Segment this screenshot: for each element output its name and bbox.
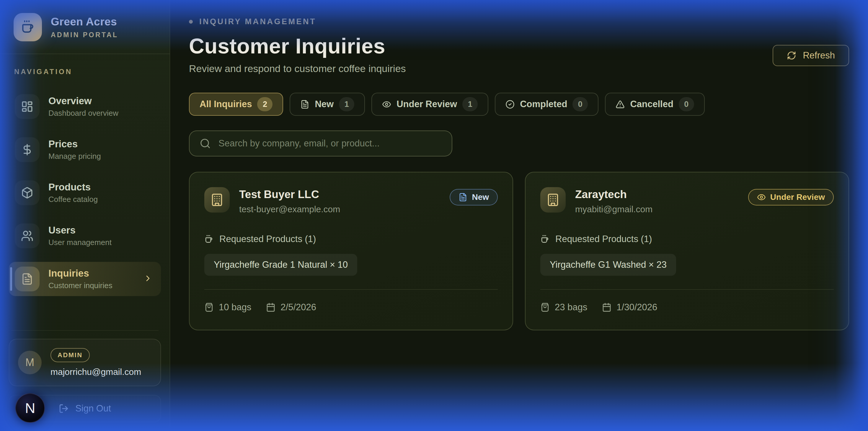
file-text-icon <box>459 193 467 202</box>
app-root: Green Acres ADMIN PORTAL NAVIGATION Over… <box>0 0 868 431</box>
nav-item-label: Prices <box>49 138 101 150</box>
bullet-dot-icon <box>189 20 193 24</box>
tab-cancelled[interactable]: Cancelled 0 <box>605 93 705 116</box>
sidebar: Green Acres ADMIN PORTAL NAVIGATION Over… <box>0 0 170 431</box>
nav-item-label: Inquiries <box>49 268 113 279</box>
nav-item-sublabel: Coffee catalog <box>49 195 98 204</box>
bags-count: 23 bags <box>540 302 587 313</box>
tab-all-inquiries[interactable]: All Inquiries 2 <box>189 93 283 116</box>
chevron-right-icon <box>143 274 153 284</box>
log-out-icon <box>59 404 69 413</box>
delivery-date: 1/30/2026 <box>602 302 657 313</box>
brand-name: Green Acres <box>51 16 118 28</box>
avatar: M <box>18 351 42 374</box>
bags-count: 10 bags <box>204 302 251 313</box>
company-name: Zaraytech <box>575 187 652 201</box>
company-name: Test Buyer LLC <box>239 187 340 201</box>
search-input[interactable] <box>218 138 442 149</box>
sidebar-nav: Overview Dashboard overview Prices Manag… <box>0 89 170 296</box>
nextjs-dev-badge[interactable]: N <box>16 393 45 423</box>
dollar-icon <box>15 137 39 162</box>
package-icon <box>15 180 39 205</box>
sidebar-item-products[interactable]: Products Coffee catalog <box>9 176 161 210</box>
nav-item-label: Products <box>49 182 98 193</box>
sidebar-item-inquiries[interactable]: Inquiries Customer inquiries <box>9 262 161 296</box>
count-badge: 1 <box>339 97 354 111</box>
active-indicator <box>10 267 12 291</box>
nav-item-label: Users <box>49 225 112 236</box>
status-badge-under-review: Under Review <box>748 189 834 206</box>
status-badge-new: New <box>450 189 498 206</box>
sidebar-divider <box>11 330 159 331</box>
page-subtitle: Review and respond to customer coffee in… <box>189 63 849 74</box>
count-badge: 2 <box>257 97 273 111</box>
requested-products-label: Requested Products (1) <box>555 234 652 244</box>
requested-products-label: Requested Products (1) <box>219 234 316 244</box>
tab-new[interactable]: New 1 <box>290 93 365 116</box>
coffee-cup-logo-icon <box>13 13 42 41</box>
nav-item-sublabel: Dashboard overview <box>49 109 118 118</box>
page-title: Customer Inquiries <box>189 34 849 58</box>
file-text-icon <box>300 100 309 109</box>
user-card: M ADMIN majorrichu@gmail.com <box>9 339 161 386</box>
refresh-button[interactable]: Refresh <box>773 45 849 66</box>
admin-role-badge: ADMIN <box>51 348 90 362</box>
eye-icon <box>382 100 391 109</box>
brand: Green Acres ADMIN PORTAL <box>0 0 170 54</box>
sidebar-item-overview[interactable]: Overview Dashboard overview <box>9 89 161 124</box>
shopping-bag-icon <box>540 303 550 312</box>
inquiry-card[interactable]: Zaraytech myabiti@gmail.com Under Review… <box>525 172 849 330</box>
nav-item-sublabel: Customer inquiries <box>49 281 113 290</box>
company-email: myabiti@gmail.com <box>575 204 652 214</box>
eye-icon <box>757 193 766 202</box>
count-badge: 0 <box>679 97 694 111</box>
tab-under-review[interactable]: Under Review 1 <box>371 93 488 116</box>
nav-item-sublabel: Manage pricing <box>49 152 101 161</box>
delivery-date: 2/5/2026 <box>266 302 316 313</box>
product-chip: Yirgacheffe G1 Washed × 23 <box>540 254 676 276</box>
user-email: majorrichu@gmail.com <box>51 367 141 377</box>
refresh-icon <box>787 51 796 60</box>
file-text-icon <box>15 267 39 291</box>
calendar-icon <box>266 303 275 312</box>
eyebrow-label: INQUIRY MANAGEMENT <box>199 17 316 26</box>
count-badge: 1 <box>462 97 478 111</box>
coffee-cup-icon <box>204 235 213 244</box>
brand-subtitle: ADMIN PORTAL <box>51 31 118 39</box>
nav-item-sublabel: User management <box>49 238 112 247</box>
nav-item-label: Overview <box>49 95 118 106</box>
coffee-cup-icon <box>540 235 550 244</box>
sidebar-item-prices[interactable]: Prices Manage pricing <box>9 132 161 167</box>
search-icon <box>199 138 211 149</box>
sidebar-item-users[interactable]: Users User management <box>9 219 161 253</box>
calendar-icon <box>602 303 612 312</box>
dashboard-grid-icon <box>15 94 39 119</box>
tab-completed[interactable]: Completed 0 <box>495 93 598 116</box>
users-icon <box>15 223 39 248</box>
sign-out-label: Sign Out <box>75 403 111 414</box>
building-icon <box>204 187 230 213</box>
inquiry-list: Test Buyer LLC test-buyer@example.com Ne… <box>189 172 849 330</box>
sidebar-divider <box>0 54 170 54</box>
building-icon <box>540 187 566 213</box>
filter-tabs: All Inquiries 2 New 1 Under Review 1 Com… <box>189 93 849 116</box>
inquiry-card[interactable]: Test Buyer LLC test-buyer@example.com Ne… <box>189 172 513 330</box>
count-badge: 0 <box>572 97 588 111</box>
main-content: INQUIRY MANAGEMENT Customer Inquiries Re… <box>170 0 868 431</box>
alert-triangle-icon <box>616 100 625 109</box>
check-circle-icon <box>505 100 515 109</box>
shopping-bag-icon <box>204 303 214 312</box>
search-bar <box>189 130 452 156</box>
nav-section-label: NAVIGATION <box>14 68 156 76</box>
product-chip: Yirgacheffe Grade 1 Natural × 10 <box>204 254 357 276</box>
company-email: test-buyer@example.com <box>239 204 340 214</box>
eyebrow: INQUIRY MANAGEMENT <box>189 17 849 26</box>
